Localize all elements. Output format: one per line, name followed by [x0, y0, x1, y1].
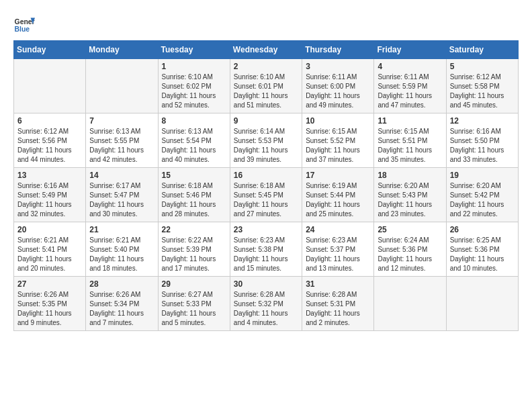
- day-info: Sunrise: 6:23 AM Sunset: 5:38 PM Dayligh…: [234, 236, 298, 273]
- day-number: 21: [89, 225, 154, 234]
- calendar-cell: 4Sunrise: 6:11 AM Sunset: 5:59 PM Daylig…: [374, 59, 446, 113]
- calendar-cell: 18Sunrise: 6:20 AM Sunset: 5:43 PM Dayli…: [374, 168, 446, 222]
- day-number: 19: [450, 171, 515, 180]
- day-info: Sunrise: 6:21 AM Sunset: 5:41 PM Dayligh…: [17, 236, 82, 273]
- day-info: Sunrise: 6:14 AM Sunset: 5:53 PM Dayligh…: [234, 127, 298, 165]
- day-number: 6: [17, 116, 82, 126]
- day-info: Sunrise: 6:18 AM Sunset: 5:45 PM Dayligh…: [234, 181, 298, 219]
- calendar-cell: 21Sunrise: 6:21 AM Sunset: 5:40 PM Dayli…: [86, 222, 158, 277]
- day-number: 16: [234, 171, 298, 180]
- day-info: Sunrise: 6:10 AM Sunset: 6:01 PM Dayligh…: [234, 73, 298, 110]
- calendar-cell: [86, 59, 158, 113]
- svg-text:Blue: Blue: [15, 26, 30, 33]
- day-of-week-header: Tuesday: [158, 41, 230, 59]
- calendar-week-row: 27Sunrise: 6:26 AM Sunset: 5:35 PM Dayli…: [14, 277, 519, 331]
- calendar-cell: 8Sunrise: 6:13 AM Sunset: 5:54 PM Daylig…: [158, 113, 230, 168]
- calendar-cell: 23Sunrise: 6:23 AM Sunset: 5:38 PM Dayli…: [230, 222, 302, 277]
- day-number: 26: [450, 225, 515, 234]
- calendar-cell: 7Sunrise: 6:13 AM Sunset: 5:55 PM Daylig…: [86, 113, 158, 168]
- day-info: Sunrise: 6:26 AM Sunset: 5:34 PM Dayligh…: [89, 290, 154, 328]
- day-info: Sunrise: 6:22 AM Sunset: 5:39 PM Dayligh…: [162, 236, 226, 273]
- calendar-cell: 11Sunrise: 6:15 AM Sunset: 5:51 PM Dayli…: [374, 113, 446, 168]
- day-number: 27: [17, 279, 82, 289]
- day-number: 28: [89, 279, 154, 289]
- day-info: Sunrise: 6:10 AM Sunset: 6:02 PM Dayligh…: [162, 73, 226, 110]
- calendar-cell: 19Sunrise: 6:20 AM Sunset: 5:42 PM Dayli…: [446, 168, 518, 222]
- day-info: Sunrise: 6:18 AM Sunset: 5:46 PM Dayligh…: [162, 181, 226, 219]
- day-info: Sunrise: 6:23 AM Sunset: 5:37 PM Dayligh…: [306, 236, 370, 273]
- calendar-cell: [374, 277, 446, 331]
- day-of-week-header: Wednesday: [230, 41, 302, 59]
- day-info: Sunrise: 6:15 AM Sunset: 5:52 PM Dayligh…: [306, 127, 370, 165]
- day-info: Sunrise: 6:13 AM Sunset: 5:54 PM Dayligh…: [162, 127, 226, 165]
- calendar-cell: 5Sunrise: 6:12 AM Sunset: 5:58 PM Daylig…: [446, 59, 518, 113]
- day-number: 11: [378, 116, 442, 126]
- calendar-cell: [14, 59, 86, 113]
- calendar-body: 1Sunrise: 6:10 AM Sunset: 6:02 PM Daylig…: [14, 59, 519, 331]
- calendar-cell: 26Sunrise: 6:25 AM Sunset: 5:36 PM Dayli…: [446, 222, 518, 277]
- day-number: 14: [89, 171, 154, 180]
- day-of-week-header: Monday: [86, 41, 158, 59]
- day-number: 9: [234, 116, 298, 126]
- day-number: 13: [17, 171, 82, 180]
- day-info: Sunrise: 6:16 AM Sunset: 5:49 PM Dayligh…: [17, 181, 82, 219]
- calendar-cell: 2Sunrise: 6:10 AM Sunset: 6:01 PM Daylig…: [230, 59, 302, 113]
- day-of-week-header: Thursday: [302, 41, 374, 59]
- calendar-cell: 10Sunrise: 6:15 AM Sunset: 5:52 PM Dayli…: [302, 113, 374, 168]
- calendar-cell: 6Sunrise: 6:12 AM Sunset: 5:56 PM Daylig…: [14, 113, 86, 168]
- calendar-cell: 9Sunrise: 6:14 AM Sunset: 5:53 PM Daylig…: [230, 113, 302, 168]
- day-info: Sunrise: 6:20 AM Sunset: 5:43 PM Dayligh…: [378, 181, 442, 219]
- day-info: Sunrise: 6:27 AM Sunset: 5:33 PM Dayligh…: [162, 290, 226, 328]
- day-info: Sunrise: 6:28 AM Sunset: 5:32 PM Dayligh…: [234, 290, 298, 328]
- calendar-cell: 24Sunrise: 6:23 AM Sunset: 5:37 PM Dayli…: [302, 222, 374, 277]
- day-info: Sunrise: 6:21 AM Sunset: 5:40 PM Dayligh…: [89, 236, 154, 273]
- calendar-table: SundayMondayTuesdayWednesdayThursdayFrid…: [13, 40, 519, 331]
- day-info: Sunrise: 6:19 AM Sunset: 5:44 PM Dayligh…: [306, 181, 370, 219]
- logo: General Blue: [13, 13, 35, 35]
- calendar-cell: 16Sunrise: 6:18 AM Sunset: 5:45 PM Dayli…: [230, 168, 302, 222]
- day-info: Sunrise: 6:12 AM Sunset: 5:58 PM Dayligh…: [450, 73, 515, 110]
- day-of-week-header: Sunday: [14, 41, 86, 59]
- day-info: Sunrise: 6:20 AM Sunset: 5:42 PM Dayligh…: [450, 181, 515, 219]
- day-number: 7: [89, 116, 154, 126]
- calendar-cell: 12Sunrise: 6:16 AM Sunset: 5:50 PM Dayli…: [446, 113, 518, 168]
- day-number: 12: [450, 116, 515, 126]
- day-number: 29: [162, 279, 226, 289]
- calendar-cell: 13Sunrise: 6:16 AM Sunset: 5:49 PM Dayli…: [14, 168, 86, 222]
- day-info: Sunrise: 6:17 AM Sunset: 5:47 PM Dayligh…: [89, 181, 154, 219]
- day-info: Sunrise: 6:26 AM Sunset: 5:35 PM Dayligh…: [17, 290, 82, 328]
- day-number: 4: [378, 62, 442, 71]
- day-number: 18: [378, 171, 442, 180]
- calendar-cell: 25Sunrise: 6:24 AM Sunset: 5:36 PM Dayli…: [374, 222, 446, 277]
- calendar-cell: 3Sunrise: 6:11 AM Sunset: 6:00 PM Daylig…: [302, 59, 374, 113]
- day-info: Sunrise: 6:11 AM Sunset: 5:59 PM Dayligh…: [378, 73, 442, 110]
- calendar-cell: 14Sunrise: 6:17 AM Sunset: 5:47 PM Dayli…: [86, 168, 158, 222]
- page-header: General Blue: [13, 13, 519, 35]
- day-number: 15: [162, 171, 226, 180]
- day-info: Sunrise: 6:15 AM Sunset: 5:51 PM Dayligh…: [378, 127, 442, 165]
- day-info: Sunrise: 6:24 AM Sunset: 5:36 PM Dayligh…: [378, 236, 442, 273]
- day-number: 3: [306, 62, 370, 71]
- day-number: 2: [234, 62, 298, 71]
- calendar-cell: 31Sunrise: 6:28 AM Sunset: 5:31 PM Dayli…: [302, 277, 374, 331]
- calendar-cell: 28Sunrise: 6:26 AM Sunset: 5:34 PM Dayli…: [86, 277, 158, 331]
- day-number: 23: [234, 225, 298, 234]
- day-info: Sunrise: 6:28 AM Sunset: 5:31 PM Dayligh…: [306, 290, 370, 328]
- day-number: 24: [306, 225, 370, 234]
- day-number: 8: [162, 116, 226, 126]
- day-info: Sunrise: 6:13 AM Sunset: 5:55 PM Dayligh…: [89, 127, 154, 165]
- day-number: 22: [162, 225, 226, 234]
- day-of-week-header: Friday: [374, 41, 446, 59]
- calendar-cell: 22Sunrise: 6:22 AM Sunset: 5:39 PM Dayli…: [158, 222, 230, 277]
- logo-icon: General Blue: [13, 13, 35, 35]
- calendar-week-row: 20Sunrise: 6:21 AM Sunset: 5:41 PM Dayli…: [14, 222, 519, 277]
- calendar-cell: 1Sunrise: 6:10 AM Sunset: 6:02 PM Daylig…: [158, 59, 230, 113]
- day-of-week-header: Saturday: [446, 41, 518, 59]
- day-number: 20: [17, 225, 82, 234]
- day-info: Sunrise: 6:25 AM Sunset: 5:36 PM Dayligh…: [450, 236, 515, 273]
- day-number: 17: [306, 171, 370, 180]
- calendar-cell: 15Sunrise: 6:18 AM Sunset: 5:46 PM Dayli…: [158, 168, 230, 222]
- day-number: 1: [162, 62, 226, 71]
- calendar-cell: 17Sunrise: 6:19 AM Sunset: 5:44 PM Dayli…: [302, 168, 374, 222]
- calendar-cell: 30Sunrise: 6:28 AM Sunset: 5:32 PM Dayli…: [230, 277, 302, 331]
